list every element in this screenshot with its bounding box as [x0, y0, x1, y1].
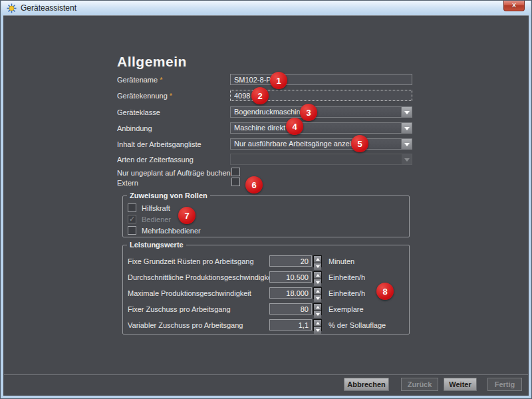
- durchschnitt-geschwindigkeit-spinner: [313, 271, 322, 283]
- durchschnitt-geschwindigkeit-label: Durchschnittliche Produktionsgeschwindig…: [128, 273, 276, 282]
- chevron-down-icon: [401, 154, 412, 164]
- mehrfachbediener-checkbox[interactable]: [128, 226, 136, 235]
- window-title: Geräteassistent: [21, 3, 76, 13]
- zeiterfassung-label: Arten der Zeiterfassung: [117, 154, 194, 165]
- leistungswerte-legend: Leistungswerte: [127, 241, 186, 249]
- spin-up-icon[interactable]: [314, 320, 321, 327]
- max-geschwindigkeit-unit: Einheiten/h: [329, 289, 365, 298]
- geraetekennung-label: Gerätekennung*: [117, 90, 172, 101]
- fixer-zuschuss-unit: Exemplare: [329, 305, 364, 314]
- app-icon: [7, 3, 17, 13]
- ungeplant-label: Nur ungeplant auf Aufträge buchen: [117, 168, 231, 178]
- finish-button: Fertig: [487, 378, 522, 391]
- close-button[interactable]: X: [503, 1, 525, 11]
- fixe-grundzeit-label: Fixe Grundzeit Rüsten pro Arbeitsgang: [128, 257, 254, 266]
- mehrfachbediener-label: Mehrfachbediener: [142, 226, 201, 235]
- chevron-down-icon[interactable]: [401, 123, 412, 133]
- fixer-zuschuss-input[interactable]: [269, 303, 312, 315]
- anbindung-dropdown[interactable]: Maschine direkt: [230, 122, 412, 134]
- next-button[interactable]: Weiter: [444, 378, 477, 391]
- spin-up-icon[interactable]: [314, 256, 321, 263]
- fixe-grundzeit-unit: Minuten: [329, 257, 354, 266]
- anbindung-value: Maschine direkt: [234, 124, 285, 132]
- back-button: Zurück: [401, 378, 438, 391]
- hilfskraft-label: Hilfskraft: [142, 203, 170, 213]
- chevron-down-icon[interactable]: [401, 139, 412, 149]
- fixer-zuschuss-spinner: [313, 303, 322, 315]
- durchschnitt-geschwindigkeit-unit: Einheiten/h: [329, 273, 365, 282]
- bediener-checkbox: [128, 215, 136, 223]
- page-title: Allgemein: [117, 54, 187, 70]
- leistungswerte-groupbox: Leistungswerte Fixe Grundzeit Rüsten pro…: [122, 245, 410, 334]
- variabler-zuschuss-label: Variabler Zuschuss pro Arbeitsgang: [128, 321, 243, 330]
- variabler-zuschuss-spinner: [313, 319, 322, 331]
- required-marker: *: [160, 76, 162, 84]
- spin-down-icon[interactable]: [314, 327, 321, 334]
- fixer-zuschuss-label: Fixer Zuschuss pro Arbeitsgang: [128, 305, 231, 314]
- fixe-grundzeit-input[interactable]: [269, 255, 312, 267]
- cancel-button[interactable]: Abbrechen: [344, 378, 389, 391]
- max-geschwindigkeit-spinner: [313, 287, 322, 299]
- geraetename-input[interactable]: [230, 74, 412, 85]
- ungeplant-checkbox[interactable]: [231, 168, 240, 176]
- title-bar[interactable]: Geräteassistent: [1, 1, 531, 15]
- required-marker: *: [170, 92, 172, 100]
- arbeitsgangliste-value: Nur ausführbare Arbeitsgänge anzeigen: [234, 140, 363, 148]
- bediener-label: Bediener: [142, 215, 171, 224]
- spin-down-icon[interactable]: [314, 279, 321, 286]
- arbeitsgangliste-label: Inhalt der Arbeitsgangliste: [117, 139, 201, 150]
- zeiterfassung-dropdown: [230, 154, 412, 165]
- hilfskraft-checkbox[interactable]: [128, 203, 136, 212]
- geraeteklasse-label: Geräteklasse: [117, 107, 160, 118]
- spin-up-icon[interactable]: [314, 288, 321, 295]
- max-geschwindigkeit-label: Maximale Produktionsgeschwindigkeit: [128, 289, 251, 298]
- arbeitsgangliste-dropdown[interactable]: Nur ausführbare Arbeitsgänge anzeigen: [230, 138, 412, 150]
- max-geschwindigkeit-input[interactable]: [269, 287, 312, 299]
- spin-up-icon[interactable]: [314, 304, 321, 311]
- variabler-zuschuss-input[interactable]: [269, 319, 312, 331]
- geraeteklasse-dropdown[interactable]: Bogendruckmaschine: [230, 106, 412, 118]
- spin-down-icon[interactable]: [314, 263, 321, 270]
- geraetekennung-input[interactable]: [230, 90, 412, 101]
- extern-checkbox[interactable]: [231, 178, 240, 186]
- chevron-down-icon[interactable]: [401, 107, 412, 117]
- device-assistant-dialog: Geräteassistent X Allgemein Gerätename* …: [0, 0, 532, 399]
- fixe-grundzeit-spinner: [313, 255, 322, 267]
- spin-up-icon[interactable]: [314, 272, 321, 279]
- rollen-legend: Zuweisung von Rollen: [127, 192, 210, 200]
- geraetename-label: Gerätename*: [117, 74, 162, 85]
- anbindung-label: Anbindung: [117, 123, 152, 134]
- variabler-zuschuss-unit: % der Sollauflage: [329, 321, 386, 330]
- durchschnitt-geschwindigkeit-input[interactable]: [269, 271, 312, 283]
- geraeteklasse-value: Bogendruckmaschine: [234, 108, 305, 116]
- button-bar-divider: [4, 374, 528, 375]
- rollen-groupbox: Zuweisung von Rollen Hilfskraft Bediener…: [122, 196, 410, 237]
- spin-down-icon[interactable]: [314, 295, 321, 302]
- spin-down-icon[interactable]: [314, 311, 321, 318]
- extern-label: Extern: [117, 178, 138, 188]
